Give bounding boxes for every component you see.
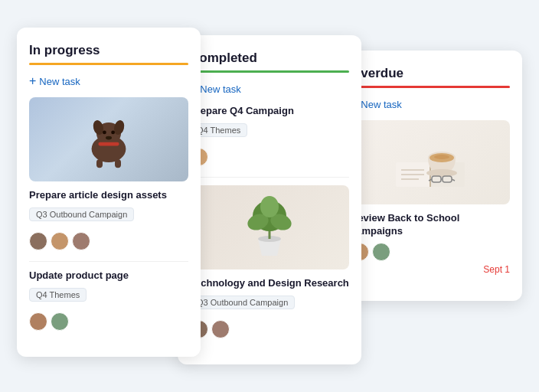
- task-5-title: Review Back to School campaigns: [351, 212, 510, 238]
- svg-rect-7: [98, 142, 119, 145]
- task-5-image: [351, 120, 510, 204]
- status-bar-yellow: [29, 63, 188, 65]
- new-task-label-2: New task: [200, 83, 240, 95]
- task-1: Prepare article design assets Q3 Outboun…: [29, 97, 188, 250]
- avatar-10: [372, 243, 390, 261]
- task-1-tag: Q3 Outbound Campaign: [29, 207, 134, 221]
- coffee-svg: [392, 132, 469, 193]
- svg-rect-8: [96, 159, 103, 168]
- svg-point-15: [260, 196, 279, 217]
- plant-svg: [243, 193, 296, 262]
- dog-svg: [78, 107, 139, 172]
- column-title-in-progress: In progress: [29, 43, 188, 58]
- task-3: Prepare Q4 Campaign Q4 Themes: [190, 105, 349, 166]
- svg-point-4: [103, 130, 106, 134]
- svg-point-24: [434, 155, 449, 159]
- new-task-btn-overdue[interactable]: + New task: [351, 97, 510, 111]
- column-completed: Completed + New task Prepare Q4 Campaign…: [178, 35, 361, 364]
- avatar-2: [51, 232, 69, 250]
- avatar-3: [72, 232, 90, 250]
- task-2-tag: Q4 Themes: [29, 288, 87, 302]
- column-in-progress: In progress + New task: [17, 28, 201, 357]
- svg-point-6: [106, 136, 112, 139]
- task-1-image: [29, 97, 188, 181]
- task-2-title: Update product page: [29, 270, 188, 283]
- new-task-btn-completed[interactable]: + New task: [190, 82, 349, 96]
- task-5: Review Back to School campaigns Sept 1: [351, 120, 510, 275]
- task-2: Update product page Q4 Themes: [29, 270, 188, 331]
- task-1-title: Prepare article design assets: [29, 189, 188, 202]
- svg-point-5: [111, 130, 115, 134]
- board-container: In progress + New task: [2, 12, 537, 380]
- column-title-completed: Completed: [190, 51, 349, 66]
- avatar-1: [29, 232, 47, 250]
- task-4-avatars: [190, 320, 349, 338]
- task-4-title: Technology and Design Research: [190, 277, 349, 290]
- column-header-completed: Completed: [190, 51, 349, 73]
- svg-rect-9: [115, 159, 121, 168]
- task-3-title: Prepare Q4 Campaign: [190, 105, 349, 118]
- task-4-tag: Q3 Outbound Campaign: [190, 296, 295, 309]
- new-task-label-1: New task: [39, 76, 80, 87]
- plus-icon-1: +: [29, 74, 36, 88]
- coffee-image: [351, 120, 510, 204]
- avatar-4: [29, 312, 47, 331]
- task-5-due-date: Sept 1: [351, 264, 510, 275]
- task-1-avatars: [29, 232, 188, 250]
- plant-image: [190, 185, 349, 270]
- column-overdue: Overdue + New task: [338, 51, 522, 301]
- new-task-btn-in-progress[interactable]: + New task: [29, 74, 188, 88]
- column-header-overdue: Overdue: [351, 66, 510, 88]
- divider-1: [29, 261, 188, 262]
- task-4-image: [190, 185, 349, 270]
- task-3-avatars: [190, 148, 349, 166]
- avatar-8: [211, 320, 230, 338]
- svg-point-25: [426, 169, 457, 177]
- divider-2: [190, 177, 349, 178]
- new-task-label-3: New task: [361, 99, 401, 110]
- avatar-5: [51, 312, 69, 331]
- dog-image: [29, 97, 188, 181]
- status-bar-green: [190, 70, 349, 73]
- task-4: Technology and Design Research Q3 Outbou…: [190, 185, 349, 338]
- task-5-avatars: [351, 243, 510, 261]
- column-title-overdue: Overdue: [351, 66, 510, 81]
- status-bar-red: [351, 86, 510, 88]
- task-2-avatars: [29, 312, 188, 331]
- column-header-in-progress: In progress: [29, 43, 188, 65]
